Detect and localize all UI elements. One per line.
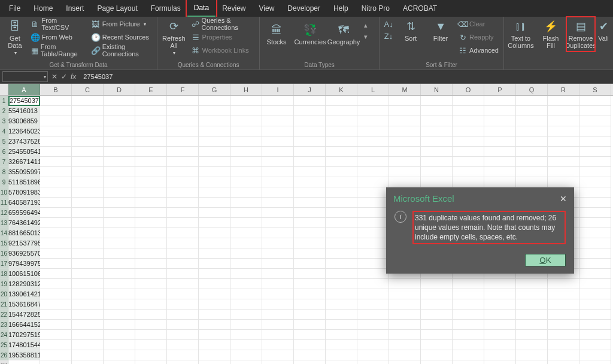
cell[interactable] xyxy=(421,289,453,299)
row-header[interactable]: 3 xyxy=(0,116,8,126)
cell[interactable]: 123645023 xyxy=(8,126,40,136)
fx-icon[interactable]: fx xyxy=(71,72,76,81)
cell[interactable] xyxy=(40,126,72,136)
cell[interactable] xyxy=(579,157,611,167)
cell[interactable] xyxy=(579,340,611,350)
cell[interactable] xyxy=(516,177,548,187)
cell[interactable] xyxy=(516,310,548,320)
cell[interactable] xyxy=(326,360,357,364)
cell[interactable] xyxy=(262,198,294,208)
currencies-button[interactable]: 💱Currencies xyxy=(297,22,323,47)
cell[interactable] xyxy=(294,126,326,136)
cell[interactable] xyxy=(262,269,294,279)
cell[interactable] xyxy=(421,330,453,340)
cell[interactable] xyxy=(104,269,135,279)
cell[interactable] xyxy=(453,320,484,330)
cell[interactable]: 1282903123 xyxy=(8,279,40,289)
cell[interactable] xyxy=(72,269,104,279)
cell[interactable] xyxy=(230,340,262,350)
cell[interactable] xyxy=(135,187,167,198)
cell[interactable] xyxy=(294,310,326,320)
cell[interactable] xyxy=(294,279,326,289)
cell[interactable] xyxy=(135,106,167,116)
cell[interactable] xyxy=(326,330,357,340)
cell[interactable] xyxy=(40,187,72,198)
cell[interactable] xyxy=(484,340,516,350)
cell[interactable]: 1006151066 xyxy=(8,269,40,279)
cell[interactable] xyxy=(548,299,579,310)
cell[interactable] xyxy=(40,299,72,310)
cell[interactable] xyxy=(135,289,167,299)
cell[interactable] xyxy=(516,136,548,147)
cell[interactable] xyxy=(135,350,167,360)
cell[interactable] xyxy=(453,136,484,147)
cell[interactable] xyxy=(548,157,579,167)
cell[interactable] xyxy=(579,299,611,310)
cell[interactable] xyxy=(167,96,199,106)
cell[interactable] xyxy=(199,289,230,299)
cell[interactable] xyxy=(294,218,326,228)
cell[interactable] xyxy=(135,126,167,136)
cell[interactable] xyxy=(421,340,453,350)
cell[interactable] xyxy=(326,228,357,238)
scroll-down-icon[interactable]: ▾ xyxy=(364,33,368,41)
cell[interactable] xyxy=(579,116,611,126)
cell[interactable] xyxy=(104,177,135,187)
col-header-D[interactable]: D xyxy=(104,84,135,95)
cell[interactable] xyxy=(579,147,611,157)
cell[interactable] xyxy=(167,310,199,320)
cell[interactable] xyxy=(294,228,326,238)
cell[interactable] xyxy=(72,310,104,320)
tab-review[interactable]: Review xyxy=(216,0,252,17)
row-header[interactable]: 18 xyxy=(0,269,8,279)
col-header-N[interactable]: N xyxy=(421,84,453,95)
cell[interactable] xyxy=(135,218,167,228)
cell[interactable] xyxy=(389,126,421,136)
cell[interactable] xyxy=(294,96,326,106)
cell[interactable] xyxy=(357,187,389,198)
cell[interactable] xyxy=(453,340,484,350)
cell[interactable] xyxy=(484,279,516,289)
cell[interactable] xyxy=(389,147,421,157)
stocks-button[interactable]: 🏛Stocks xyxy=(263,22,290,47)
cell[interactable] xyxy=(230,147,262,157)
cell[interactable] xyxy=(199,350,230,360)
cell[interactable] xyxy=(579,136,611,147)
cell[interactable] xyxy=(167,248,199,259)
cell[interactable] xyxy=(294,340,326,350)
row-header[interactable]: 19 xyxy=(0,279,8,289)
cell[interactable] xyxy=(104,106,135,116)
cell[interactable] xyxy=(326,208,357,218)
cell[interactable] xyxy=(357,126,389,136)
row-header[interactable]: 8 xyxy=(0,167,8,177)
cell[interactable]: 1390614217 xyxy=(8,289,40,299)
cell[interactable] xyxy=(484,147,516,157)
cell[interactable] xyxy=(40,289,72,299)
cell[interactable]: 1666441527 xyxy=(8,320,40,330)
row-header[interactable]: 5 xyxy=(0,136,8,147)
cell[interactable] xyxy=(453,177,484,187)
cell[interactable] xyxy=(294,299,326,310)
cell[interactable] xyxy=(72,330,104,340)
cell[interactable] xyxy=(453,126,484,136)
cell[interactable] xyxy=(357,96,389,106)
cell[interactable] xyxy=(135,299,167,310)
cell[interactable] xyxy=(230,279,262,289)
cell[interactable] xyxy=(40,238,72,248)
row-header[interactable]: 20 xyxy=(0,289,8,299)
cell[interactable] xyxy=(294,259,326,269)
cell[interactable] xyxy=(516,299,548,310)
cell[interactable] xyxy=(548,136,579,147)
cell[interactable] xyxy=(72,198,104,208)
cell[interactable] xyxy=(199,177,230,187)
cell[interactable] xyxy=(579,126,611,136)
cell[interactable] xyxy=(40,228,72,238)
cell[interactable] xyxy=(72,340,104,350)
cell[interactable] xyxy=(230,289,262,299)
tab-formulas[interactable]: Formulas xyxy=(144,0,187,17)
cell[interactable] xyxy=(135,238,167,248)
cell[interactable] xyxy=(167,136,199,147)
cell[interactable]: 881665013 xyxy=(8,228,40,238)
cell[interactable] xyxy=(484,126,516,136)
cell[interactable] xyxy=(421,106,453,116)
